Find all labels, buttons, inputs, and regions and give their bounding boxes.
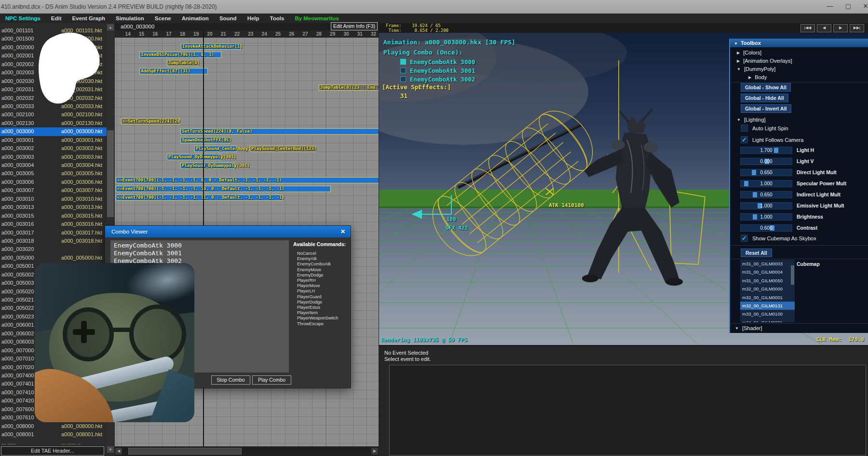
edit-tae-header-button[interactable]: Edit TAE Header...: [1, 446, 104, 456]
animation-list-row[interactable]: a000_003017 a000_003017.hkt: [0, 229, 107, 237]
combo-checkbox[interactable]: [400, 68, 406, 73]
title-bar[interactable]: 410.anibnd.dcx - DS Anim Studio Version …: [0, 0, 868, 14]
timeline-event[interactable]: PlaySound_CenterBody[: [194, 146, 237, 152]
toolbox-tree-item[interactable]: ▶ [Animation Overlays]: [737, 57, 792, 65]
cubemap-item[interactable]: m31_00_GILM0004: [740, 268, 795, 276]
lighting-slider[interactable]: 1.000: [740, 213, 792, 221]
animation-list-row[interactable]: a000_003003 a000_003003.hkt: [0, 153, 107, 161]
cubemap-item[interactable]: m32_00_GILM0001: [740, 293, 795, 302]
lighting-slider[interactable]: 0.000: [740, 158, 792, 165]
timeline-event[interactable]: SetTurnSpeed[224](0, False): [180, 128, 379, 135]
lighting-checkbox-row[interactable]: Auto Light Spin: [741, 124, 788, 132]
animation-list-row[interactable]: a000_002100 a000_002100.hkt: [0, 111, 107, 119]
maximize-icon[interactable]: ▢: [840, 0, 856, 14]
global-visibility-button[interactable]: Global - Show All: [741, 83, 791, 92]
tree-caret-icon[interactable]: ▶: [737, 49, 740, 57]
animation-list-row[interactable]: a000_003016 a000_003016.hkt: [0, 220, 107, 228]
timeline-event[interactable]: SpawnOneShotFFX[95]: [180, 137, 231, 143]
scrollbar-thumb[interactable]: [107, 130, 114, 217]
lighting-checkbox-row[interactable]: ✓ Light Follows Camera: [741, 136, 803, 143]
animation-list-row[interactable]: a000_008000 a000_008000.hkt: [0, 422, 107, 430]
cubemap-item[interactable]: m34_01_GILM0001: [740, 318, 795, 322]
command-item[interactable]: PlayerMove: [297, 283, 338, 289]
transport-button[interactable]: ▶▶|: [850, 24, 864, 32]
command-item[interactable]: PlayerDodge: [297, 300, 338, 305]
toolbox-tree-item[interactable]: ▼ [DummyPoly]: [737, 65, 775, 73]
timeline-event[interactable]: PlaySound_ByDummypoly[391]: [180, 163, 234, 169]
toolbox-tree-item[interactable]: ▶ Body: [748, 73, 767, 82]
edit-anim-info-button[interactable]: Edit Anim Info (F3): [331, 22, 378, 30]
menu-item[interactable]: Scene: [149, 15, 176, 21]
animation-list-row[interactable]: a000_005000 a000_005000.hkt: [0, 254, 107, 262]
tree-caret-icon[interactable]: ▼: [735, 324, 739, 332]
cubemap-item[interactable]: m32_00_GILM0131: [740, 302, 795, 310]
menu-item[interactable]: Tools: [265, 15, 290, 21]
timeline-event[interactable]: <=SetTurnSpeed[224](20: [121, 118, 180, 124]
command-item[interactable]: PlayerEstus: [297, 305, 338, 310]
toolbox-header[interactable]: ▼Toolbox: [730, 39, 868, 47]
timeline-event[interactable]: PlaySound_ByDummypoly[391]: [167, 154, 221, 160]
reset-all-button[interactable]: Reset All: [741, 249, 772, 257]
command-item[interactable]: NoCancel: [297, 251, 338, 256]
timeline-event[interactable]: <=Event700[700](-1, -1, -1, -1, 0, 0 : D…: [116, 177, 379, 183]
combo-list-line[interactable]: EnemyComboAtk 3000: [114, 242, 289, 249]
checkbox[interactable]: ✓: [741, 235, 748, 242]
animation-list-row[interactable]: a000_003018 a000_003018.hkt: [0, 237, 107, 245]
lighting-slider[interactable]: 1.000: [740, 202, 792, 209]
command-item[interactable]: PlayerRH: [297, 278, 338, 283]
animation-list-row[interactable]: a000_008001 a000_008001.hkt: [0, 430, 107, 439]
animation-list-row[interactable]: a000_003005 a000_003005.hkt: [0, 169, 107, 178]
dialog-close-icon[interactable]: ✕: [332, 227, 347, 236]
transport-button[interactable]: ▶: [833, 24, 848, 32]
command-item[interactable]: PlayerWeaponSwitch: [297, 316, 338, 321]
combo-list-line[interactable]: EnemyComboAtk 3001: [114, 249, 289, 257]
animation-list-row[interactable]: a000_002130 a000_002130.hkt: [0, 119, 107, 127]
combo-check-item[interactable]: EnemyComboAtk 3001: [400, 66, 475, 75]
animation-list-row[interactable]: a000_003002 a000_003002.hkt: [0, 144, 107, 152]
command-item[interactable]: ThrowEscape: [297, 321, 338, 327]
tree-caret-icon[interactable]: ▼: [737, 116, 741, 124]
toolbox-tree-item[interactable]: ▶ [Colors]: [737, 49, 761, 57]
lighting-slider[interactable]: 1.000: [740, 180, 792, 187]
timeline-event[interactable]: AddSpEffect[67](31): [139, 68, 208, 74]
timeline-event[interactable]: <=Event700[700](-1, -1, -1, -1, 11, 0 : …: [116, 194, 283, 201]
menu-item[interactable]: NPC Settings: [0, 15, 46, 21]
command-item[interactable]: EnemyAtk: [297, 256, 338, 262]
play-combo-button[interactable]: Play Combo: [252, 375, 291, 385]
checkbox[interactable]: ✓: [741, 136, 748, 143]
command-item[interactable]: EnemyDodge: [297, 273, 338, 278]
combo-checkbox[interactable]: [400, 59, 406, 65]
menu-item[interactable]: By Meowmaritus: [289, 15, 344, 21]
combo-check-item[interactable]: EnemyComboAtk 3002: [400, 75, 475, 83]
command-item[interactable]: PlayerGuard: [297, 294, 338, 300]
timeline-event[interactable]: InvokeAttackBehavior[1]: [181, 43, 241, 50]
animation-list-row[interactable]: a000_003000 a000_003000.hkt: [0, 127, 107, 136]
lighting-slider[interactable]: 0.650: [740, 169, 792, 176]
animation-list-row[interactable]: a000_003020: [0, 245, 107, 253]
combo-checkbox[interactable]: [400, 76, 406, 82]
tree-caret-icon[interactable]: ▶: [737, 57, 740, 65]
lighting-section-header[interactable]: ▼ [Lighting]: [737, 116, 766, 124]
menu-item[interactable]: Sound: [214, 15, 242, 21]
lighting-slider[interactable]: 0.600: [740, 224, 792, 232]
animation-list-row[interactable]: a000_003007 a000_003007.hkt: [0, 186, 107, 194]
cubemap-item[interactable]: m33_00_GILM0100: [740, 310, 795, 318]
transport-button[interactable]: |◀◀: [800, 24, 815, 32]
transport-button[interactable]: ◀: [817, 24, 831, 32]
animation-list-row[interactable]: a000_003010 a000_003010.hkt: [0, 195, 107, 203]
scrollbar-thumb[interactable]: [128, 448, 242, 455]
global-visibility-button[interactable]: Global - Invert All: [741, 104, 791, 113]
checkbox[interactable]: [741, 124, 748, 132]
scroll-down-icon[interactable]: ▼: [107, 446, 114, 453]
timeline-event[interactable]: InvokeDS1Poise[795](1, 0, 1): [139, 52, 221, 58]
close-icon[interactable]: ✕: [857, 0, 868, 14]
dialog-title-bar[interactable]: Combo Viewer ✕: [105, 226, 351, 237]
cubemap-item[interactable]: m32_00_GILM0000: [740, 285, 795, 293]
lighting-slider[interactable]: 1.700: [740, 147, 792, 154]
cubemap-item[interactable]: m31_00_GILM0003: [740, 260, 795, 268]
animation-list-row[interactable]: a000_003001 a000_003001.hkt: [0, 136, 107, 144]
combo-check-item[interactable]: EnemyComboAtk 3000: [400, 57, 475, 66]
animation-list-row[interactable]: a000_003015 a000_003015.hkt: [0, 212, 107, 220]
timeline-horizontal-scrollbar[interactable]: ◀ ▶: [115, 447, 379, 455]
minimize-icon[interactable]: —: [822, 0, 838, 14]
